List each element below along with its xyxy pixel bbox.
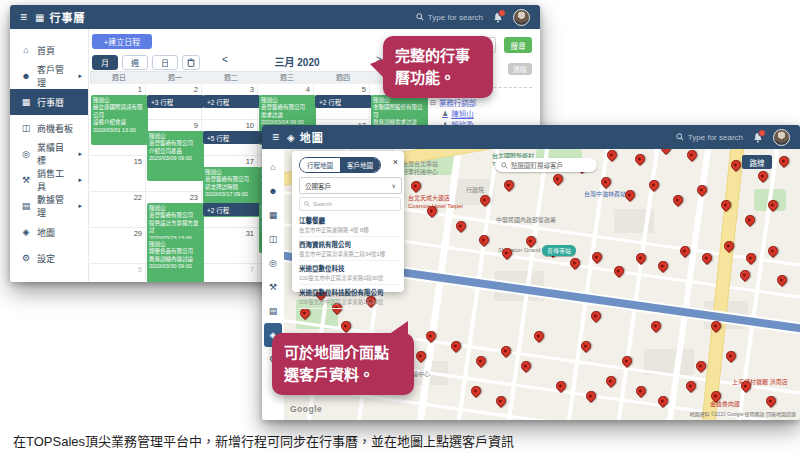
map-pin[interactable] (425, 204, 439, 218)
map-pin[interactable] (684, 379, 698, 393)
map-pin[interactable] (634, 384, 648, 398)
tree-expander-icon[interactable]: ⊟ (430, 99, 436, 107)
day-cell[interactable]: 22 (90, 192, 146, 228)
map-sidebar-item-calendar[interactable]: ▦ (262, 203, 284, 227)
customer-type-dropdown[interactable]: 公開客戶 ∨ (299, 177, 402, 194)
map-pin[interactable] (524, 234, 538, 248)
map-pin[interactable] (685, 149, 699, 162)
route-button[interactable]: 路線 (742, 155, 772, 169)
calendar-event[interactable]: 陳旭山 翔譽食品有限公司 教育訓練內容討論 2020/03/30 09:00 (147, 239, 204, 282)
map-pin[interactable] (695, 183, 709, 197)
map-pin[interactable] (623, 188, 637, 202)
map-pin[interactable] (424, 329, 438, 343)
map-pin[interactable] (584, 389, 598, 403)
hamburger-menu-icon[interactable]: ≡ (272, 130, 279, 144)
customer-list-item[interactable]: 江馨餐廳台北市中正區襄陽路 4號 8樓 (299, 213, 399, 237)
map-pin[interactable] (605, 149, 619, 162)
map-pin[interactable] (478, 193, 492, 207)
sidebar-item-board[interactable]: ◫商機看板 (10, 115, 88, 141)
customer-list-item[interactable]: 米迪亞數位科技股份有限公司100臺北市中正區忠孝東路2段30號 (299, 285, 399, 309)
map-pin[interactable] (532, 329, 546, 343)
filter-clear-button[interactable]: 清除 (508, 63, 532, 75)
map-pin[interactable] (764, 394, 778, 408)
map-pin[interactable] (589, 309, 603, 323)
map-pin[interactable] (568, 256, 582, 270)
map-sidebar-item-data[interactable]: ▤ (262, 299, 284, 323)
close-icon[interactable]: × (393, 157, 398, 167)
day-cell[interactable]: 7 (202, 264, 258, 282)
map-pin[interactable] (612, 264, 626, 278)
filter-search-button[interactable]: 搜尋 (504, 37, 532, 53)
tree-member-item[interactable]: ♟陳旭山 (430, 108, 534, 119)
map-sidebar-item-target[interactable]: ◎ (262, 251, 284, 275)
map-pin[interactable] (739, 379, 753, 393)
map-pin[interactable] (709, 389, 723, 403)
map-pin[interactable] (499, 344, 513, 358)
map-pin[interactable] (694, 359, 708, 373)
map-pin[interactable] (700, 251, 714, 265)
customer-list-item[interactable]: 西海資訊有限公司臺北市中正區忠孝東路二段34號1樓 (299, 237, 399, 261)
calendar-event[interactable]: +2 行程 (315, 95, 372, 108)
map-pin[interactable] (519, 359, 533, 373)
calendar-event[interactable]: 陳旭山 嘉登醫療有限公司 介紹公司產品 2020/03/09 09:00 (147, 131, 204, 181)
map-pin[interactable] (339, 319, 353, 333)
map-pin[interactable] (724, 349, 738, 363)
map-pin[interactable] (449, 339, 463, 353)
map-pin[interactable] (756, 169, 770, 183)
map-pin[interactable] (766, 244, 780, 258)
avatar[interactable] (773, 129, 790, 146)
day-cell[interactable]: 31 (202, 228, 258, 264)
sidebar-item-tools[interactable]: ⚒銷售工具▸ (10, 167, 88, 193)
map-pin[interactable] (474, 354, 488, 368)
map-pin[interactable] (659, 149, 673, 155)
map-pin[interactable] (599, 175, 613, 189)
calendar-event[interactable]: 陳旭山 赫立康國際資訊有限公司 設備介紹會議 2020/03/01 13:00 (91, 95, 148, 145)
map-pin[interactable] (738, 268, 752, 282)
topbar-search-input[interactable]: Type for search (676, 133, 743, 142)
day-cell[interactable]: 5 (90, 264, 146, 282)
map-pin[interactable] (766, 198, 780, 212)
create-schedule-button[interactable]: +建立日程 (92, 34, 152, 49)
map-pin[interactable] (777, 154, 791, 168)
map-pin[interactable] (656, 394, 670, 408)
map-pin[interactable] (634, 251, 648, 265)
calendar-event[interactable]: +5 行程 (203, 131, 260, 144)
map-pin[interactable] (590, 250, 604, 264)
tab-customer-map[interactable]: 客戶地圖 (340, 158, 380, 172)
day-cell[interactable]: 29 (90, 228, 146, 264)
customer-list-item[interactable]: 米迪亞數位科技100臺北市中正區忠孝東路2段30號 (299, 261, 399, 285)
day-cell[interactable]: 15 (90, 156, 146, 192)
map-pin[interactable] (469, 384, 483, 398)
map-pin[interactable] (620, 354, 634, 368)
map-pin[interactable] (656, 259, 670, 273)
map-pin[interactable] (409, 179, 423, 193)
sidebar-item-home[interactable]: ⌂首頁 (10, 37, 88, 63)
map-pin[interactable] (454, 219, 468, 233)
map-pin[interactable] (647, 178, 661, 192)
map-pin[interactable] (579, 339, 593, 353)
map-pin[interactable] (729, 158, 743, 172)
map-pin[interactable] (554, 379, 568, 393)
view-month-button[interactable]: 月 (92, 55, 118, 70)
prev-month-button[interactable]: < (222, 54, 228, 65)
calendar-event[interactable]: +2 行程 (203, 203, 260, 216)
map-pin[interactable] (551, 172, 565, 186)
map-pin[interactable] (743, 213, 757, 227)
map-sidebar-item-tools[interactable]: ⚒ (262, 275, 284, 299)
map-pin[interactable] (649, 319, 663, 333)
notifications-button[interactable] (753, 132, 763, 143)
topbar-search-input[interactable]: Type for search (416, 13, 483, 22)
map-pin[interactable] (633, 152, 647, 166)
notifications-button[interactable] (493, 12, 503, 23)
map-sidebar-item-customers[interactable]: ☻ (262, 179, 284, 203)
calendar-event[interactable]: +3 行程 (147, 95, 204, 108)
view-day-button[interactable]: 日 (152, 55, 178, 70)
hamburger-menu-icon[interactable]: ≡ (20, 10, 27, 24)
map-pin[interactable] (500, 246, 514, 260)
map-pin[interactable] (671, 193, 685, 207)
map-sidebar-item-home[interactable]: ⌂ (262, 155, 284, 179)
trash-button[interactable] (182, 55, 200, 70)
view-week-button[interactable]: 週 (122, 55, 148, 70)
map-pin[interactable] (709, 319, 723, 333)
customer-search-input[interactable]: Search (299, 197, 401, 211)
